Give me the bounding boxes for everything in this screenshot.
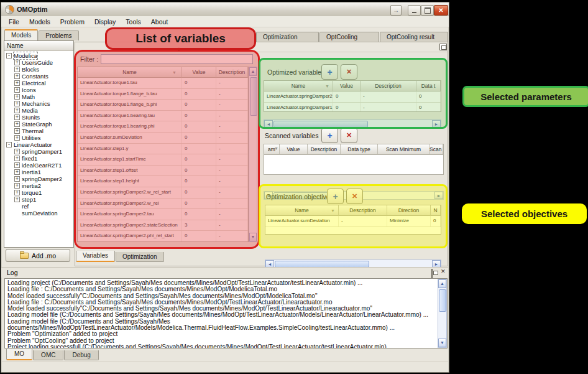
table-row[interactable]: LinearActuator.springDamper2.w_rel_start…: [78, 187, 248, 199]
close-button[interactable]: ✕: [434, 5, 448, 16]
tree-item[interactable]: + Utilities: [14, 134, 73, 141]
tree-item[interactable]: sumDeviation: [14, 210, 73, 217]
column-header[interactable]: Value: [333, 81, 361, 91]
expand-collapse-icon[interactable]: +: [14, 60, 20, 65]
optimized-variables-hscrollbar[interactable]: ◄ ►: [264, 119, 441, 128]
maximize-button[interactable]: [421, 5, 434, 16]
table-row[interactable]: LinearActuator.springDamper2.phi_rel_sta…: [78, 231, 248, 242]
column-header[interactable]: Name: [265, 205, 339, 216]
panel-tab[interactable]: Variables: [76, 251, 115, 262]
tree-item[interactable]: + StateGraph: [14, 121, 73, 128]
add-scanned-variable-button[interactable]: +: [321, 128, 338, 143]
menu-item[interactable]: Models: [24, 17, 55, 27]
dock-float-icon[interactable]: [439, 44, 447, 50]
table-row[interactable]: LinearActuator.torque1.bearing.tau 0 -: [78, 111, 248, 122]
remove-scanned-variable-button[interactable]: ✕: [341, 128, 357, 143]
expand-collapse-icon[interactable]: +: [14, 73, 20, 79]
column-header[interactable]: Value: [280, 144, 308, 155]
expand-collapse-icon[interactable]: +: [14, 183, 20, 189]
table-row[interactable]: LinearActuator.torque1.flange_b.phi 0 -: [78, 100, 248, 111]
table-row[interactable]: LinearActuator.springDamper2.stateSelect…: [78, 220, 248, 231]
sidebar-tab[interactable]: Problems: [39, 30, 78, 40]
expand-collapse-icon[interactable]: +: [14, 94, 20, 100]
expand-collapse-icon[interactable]: +: [14, 135, 20, 141]
expand-collapse-icon[interactable]: +: [14, 169, 20, 175]
scrollbar-thumb[interactable]: [273, 121, 368, 128]
add-objective-button[interactable]: +: [327, 189, 344, 204]
column-header[interactable]: Description: [308, 144, 341, 155]
tree-item[interactable]: + Math: [14, 93, 73, 100]
column-header[interactable]: Value: [182, 67, 216, 78]
scroll-up-icon[interactable]: ▲: [438, 279, 446, 288]
menu-item[interactable]: Tools: [121, 17, 146, 27]
tree-item[interactable]: + Constants: [14, 73, 73, 80]
remove-objective-button[interactable]: ✕: [346, 189, 363, 204]
scrollbar-thumb[interactable]: [250, 77, 257, 116]
tree-item[interactable]: + Electrical: [14, 80, 73, 86]
table-row[interactable]: LinearActuator.torque1.flange_b.tau 0 -: [78, 89, 248, 100]
column-header[interactable]: Scan M: [430, 144, 443, 155]
tree-item[interactable]: + Media: [14, 107, 73, 114]
tree-header[interactable]: Name: [4, 41, 73, 51]
table-row[interactable]: LinearActuator.sumDeviation 0 -: [78, 133, 248, 144]
column-header[interactable]: N: [431, 205, 441, 216]
variables-scrollbar[interactable]: ▲ ▼: [249, 67, 257, 242]
scroll-down-icon[interactable]: ▼: [249, 233, 257, 241]
table-row[interactable]: LinearActuator.torque1.bearing.phi 0 -: [78, 121, 248, 133]
expand-collapse-icon[interactable]: +: [14, 101, 20, 106]
table-row[interactable]: LinearActuator.step1.offset 0 -: [78, 166, 248, 177]
tree-item[interactable]: + torque1: [14, 189, 73, 196]
table-row[interactable]: LinearActuator.springDamper2.tau 0 -: [78, 209, 248, 220]
table-row[interactable]: LinearActuator.springDamper2.d 0 - 0: [264, 91, 441, 103]
expand-collapse-icon[interactable]: +: [14, 156, 20, 161]
tree-item[interactable]: + SIunits: [14, 114, 73, 121]
menu-item[interactable]: About: [146, 17, 173, 27]
tree-item[interactable]: + step1: [14, 196, 73, 203]
expand-collapse-icon[interactable]: +: [14, 67, 20, 72]
table-row[interactable]: LinearActuator.step1.height 0 -: [78, 176, 248, 187]
tree-item[interactable]: + springDamper2: [14, 175, 73, 182]
forward-arrow-button[interactable]: →: [390, 5, 402, 16]
table-row[interactable]: LinearActuator.sumDeviation - Minimize 0: [265, 216, 441, 227]
tree-item[interactable]: + Mechanics: [14, 100, 73, 107]
expand-collapse-icon[interactable]: +: [14, 190, 20, 195]
log-scrollbar[interactable]: ▲ ▼: [438, 279, 447, 348]
tree-item[interactable]: - Modelica: [6, 52, 73, 59]
column-header[interactable]: Data type: [341, 144, 378, 155]
tree-item[interactable]: ref: [14, 203, 73, 210]
expand-collapse-icon[interactable]: +: [14, 87, 20, 93]
menu-item[interactable]: File: [4, 17, 24, 27]
log-tab[interactable]: Debug: [64, 350, 98, 360]
tree-item[interactable]: + idealGearR2T1: [14, 162, 73, 169]
table-row[interactable]: LinearActuator.springDamper1.d 0 - 0: [264, 103, 441, 113]
scroll-up-icon[interactable]: ▲: [249, 67, 257, 76]
add-optimized-variable-button[interactable]: +: [321, 64, 338, 80]
expand-collapse-icon[interactable]: +: [14, 80, 20, 86]
log-tab[interactable]: OMC: [33, 350, 63, 360]
tree-item[interactable]: + Blocks: [14, 66, 73, 73]
column-header[interactable]: Name: [78, 67, 182, 78]
column-header[interactable]: Scan Minimum: [378, 144, 430, 155]
scroll-right-icon[interactable]: ►: [432, 120, 441, 128]
result-tab[interactable]: OptCooling result (2): [380, 32, 448, 42]
table-row[interactable]: LinearActuator.springDamper2.w_rel 0 -: [78, 199, 248, 210]
expand-collapse-icon[interactable]: +: [14, 176, 20, 182]
column-header[interactable]: Direction: [387, 205, 431, 216]
log-tab[interactable]: MO: [6, 349, 32, 360]
tree-item[interactable]: + fixed1: [14, 155, 73, 162]
log-output[interactable]: Loading project (C:/Documents and Settin…: [4, 278, 448, 348]
expand-collapse-icon[interactable]: +: [14, 108, 20, 113]
result-tab[interactable]: Optimization result: [256, 32, 319, 42]
expand-collapse-icon[interactable]: +: [14, 162, 20, 168]
expand-collapse-icon[interactable]: +: [14, 115, 20, 120]
tree-item[interactable]: + inertia2: [14, 182, 73, 189]
scrollbar-thumb[interactable]: [439, 289, 446, 312]
tree-item[interactable]: + inertia1: [14, 169, 73, 175]
tree-item[interactable]: + Thermal: [14, 128, 73, 134]
menu-item[interactable]: Problem: [55, 17, 90, 27]
tree-item[interactable]: - LinearActuator: [6, 141, 73, 148]
expand-collapse-icon[interactable]: -: [6, 53, 12, 58]
expand-collapse-icon[interactable]: +: [14, 128, 20, 134]
menu-item[interactable]: Display: [90, 17, 121, 27]
tree-item[interactable]: + springDamper1: [14, 148, 73, 155]
